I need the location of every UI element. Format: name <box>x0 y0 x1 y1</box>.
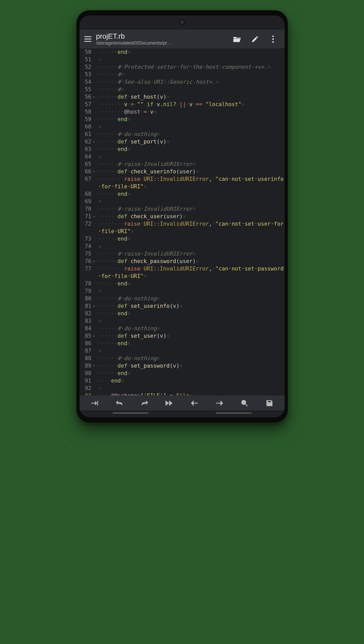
line-content[interactable]: ······end¤ <box>97 340 285 347</box>
line-content[interactable]: ······end¤ <box>97 190 285 198</box>
edit-pencil-icon[interactable] <box>251 35 259 44</box>
code-line[interactable]: 51¤ <box>80 56 285 63</box>
code-line[interactable]: 56▾······def·set_host(v)¤ <box>80 93 285 101</box>
tab-key-icon[interactable] <box>90 399 99 408</box>
code-line[interactable]: 90······end¤ <box>80 370 285 377</box>
line-content[interactable]: ······#¤ <box>97 86 285 93</box>
fold-marker[interactable]: ▾ <box>93 213 97 220</box>
code-line[interactable]: 65······#·raise·InvalidURIError¤ <box>80 160 285 168</box>
line-content[interactable]: ······def·set_host(v)¤ <box>97 93 285 101</box>
code-line[interactable]: 53······#¤ <box>80 71 285 78</box>
fold-marker[interactable]: ▾ <box>93 332 97 340</box>
line-content[interactable]: ······#¤ <box>97 71 285 78</box>
code-line[interactable]: 54······#·See·also·URI::Generic.host=.¤ <box>80 78 285 86</box>
line-content[interactable]: ¤ <box>97 243 285 250</box>
code-line[interactable]: 85▾······def·set_user(v)¤ <box>80 332 285 340</box>
fold-marker[interactable]: ▾ <box>93 362 97 370</box>
code-line[interactable]: 92¤ <box>80 385 285 392</box>
line-content[interactable]: ······end¤ <box>97 146 285 153</box>
line-content[interactable]: ····end¤ <box>97 377 285 385</box>
code-line[interactable]: 58········@host·=·v¤ <box>80 108 285 116</box>
code-line[interactable]: 81▾······def·set_userinfo(v)¤ <box>80 302 285 310</box>
line-content[interactable]: ······end¤ <box>97 116 285 123</box>
code-line[interactable]: 66▾······def·check_userinfo(user)¤ <box>80 168 285 175</box>
line-content[interactable]: ······def·set_port(v)¤ <box>97 138 285 146</box>
code-line[interactable]: 91····end¤ <box>80 377 285 385</box>
code-line[interactable]: 89▾······def·set_password(v)¤ <box>80 362 285 370</box>
line-content[interactable]: ······end¤ <box>97 280 285 287</box>
fold-marker[interactable]: ▾ <box>93 93 97 101</box>
code-line[interactable]: 87¤ <box>80 347 285 355</box>
line-content[interactable]: ······end¤ <box>97 310 285 317</box>
code-line[interactable]: 67········raise·URI::InvalidURIError,·"c… <box>80 175 285 190</box>
code-line[interactable]: 50······end¤ <box>80 48 285 56</box>
line-content[interactable]: ¤ <box>97 123 285 131</box>
line-content[interactable]: ······#·raise·InvalidURIError¤ <box>97 250 285 258</box>
code-line[interactable]: 83¤ <box>80 317 285 325</box>
arrow-right-icon[interactable] <box>215 399 224 408</box>
hamburger-icon[interactable] <box>84 36 91 43</box>
arrow-left-icon[interactable] <box>190 399 199 408</box>
line-content[interactable]: ····@@schemes['FILE']·=·File¤ <box>97 392 285 395</box>
line-content[interactable]: ¤ <box>97 317 285 325</box>
more-vert-icon[interactable] <box>269 35 277 44</box>
code-line[interactable]: 78······end¤ <box>80 280 285 287</box>
line-content[interactable]: ······def·check_password(user)¤ <box>97 258 285 265</box>
code-line[interactable]: 57········v·=·""·if·v.nil?·||·v·==·"loca… <box>80 101 285 108</box>
code-line[interactable]: 72········raise·URI::InvalidURIError,·"c… <box>80 220 285 235</box>
code-line[interactable]: 84······#·do·nothing¤ <box>80 325 285 332</box>
save-icon[interactable] <box>265 399 274 408</box>
code-line[interactable]: 59······end¤ <box>80 116 285 123</box>
line-content[interactable]: ······def·set_password(v)¤ <box>97 362 285 370</box>
line-content[interactable]: ¤ <box>97 385 285 392</box>
line-content[interactable]: ······#·do·nothing¤ <box>97 325 285 332</box>
code-line[interactable]: 68······end¤ <box>80 190 285 198</box>
fold-marker[interactable]: ▾ <box>93 302 97 310</box>
line-content[interactable]: ¤ <box>97 287 285 295</box>
line-content[interactable]: ······def·check_userinfo(user)¤ <box>97 168 285 175</box>
line-content[interactable]: ······end¤ <box>97 370 285 377</box>
code-line[interactable]: 80······#·do·nothing¤ <box>80 295 285 302</box>
line-content[interactable]: ······#·do·nothing¤ <box>97 131 285 138</box>
fold-marker[interactable]: ▾ <box>93 258 97 265</box>
line-content[interactable]: ········v·=·""·if·v.nil?·||·v·==·"localh… <box>97 101 285 108</box>
line-content[interactable]: ······#·do·nothing¤ <box>97 355 285 362</box>
code-line[interactable]: 75······#·raise·InvalidURIError¤ <box>80 250 285 258</box>
code-line[interactable]: 70······#·raise·InvalidURIError¤ <box>80 205 285 213</box>
search-icon[interactable] <box>240 399 249 408</box>
code-line[interactable]: 64¤ <box>80 153 285 160</box>
code-line[interactable]: 55······#¤ <box>80 86 285 93</box>
line-content[interactable]: ······#·Protected·setter·for·the·host·co… <box>97 63 285 71</box>
code-editor[interactable]: 50······end¤51¤52······#·Protected·sette… <box>80 48 285 395</box>
undo-icon[interactable] <box>115 399 124 408</box>
redo-icon[interactable] <box>140 399 149 408</box>
code-line[interactable]: 61······#·do·nothing¤ <box>80 131 285 138</box>
code-line[interactable]: 74¤ <box>80 243 285 250</box>
code-line[interactable]: 82······end¤ <box>80 310 285 317</box>
line-content[interactable]: ········@host·=·v¤ <box>97 108 285 116</box>
line-content[interactable]: ········raise·URI::InvalidURIError,·"can… <box>97 220 285 235</box>
line-content[interactable]: ······end¤ <box>97 235 285 243</box>
line-content[interactable]: ······#·raise·InvalidURIError¤ <box>97 160 285 168</box>
line-content[interactable]: ¤ <box>97 56 285 63</box>
code-line[interactable]: 73······end¤ <box>80 235 285 243</box>
line-content[interactable]: ······def·check_user(user)¤ <box>97 213 285 220</box>
line-content[interactable]: ········raise·URI::InvalidURIError,·"can… <box>97 265 285 280</box>
code-line[interactable]: 88······#·do·nothing¤ <box>80 355 285 362</box>
line-content[interactable]: ······end¤ <box>97 48 285 56</box>
line-content[interactable]: ······#·See·also·URI::Generic.host=.¤ <box>97 78 285 86</box>
fold-marker[interactable]: ▾ <box>93 138 97 146</box>
code-line[interactable]: 79¤ <box>80 287 285 295</box>
line-content[interactable]: ¤ <box>97 153 285 160</box>
code-line[interactable]: 62▾······def·set_port(v)¤ <box>80 138 285 146</box>
line-content[interactable]: ········raise·URI::InvalidURIError,·"can… <box>97 175 285 190</box>
code-line[interactable]: 69¤ <box>80 198 285 205</box>
line-content[interactable]: ······#·raise·InvalidURIError¤ <box>97 205 285 213</box>
folder-open-icon[interactable] <box>233 35 241 44</box>
code-line[interactable]: 86······end¤ <box>80 340 285 347</box>
line-content[interactable]: ¤ <box>97 198 285 205</box>
line-content[interactable]: ······def·set_user(v)¤ <box>97 332 285 340</box>
code-line[interactable]: 52······#·Protected·setter·for·the·host·… <box>80 63 285 71</box>
line-content[interactable]: ¤ <box>97 347 285 355</box>
code-line[interactable]: 71▾······def·check_user(user)¤ <box>80 213 285 220</box>
